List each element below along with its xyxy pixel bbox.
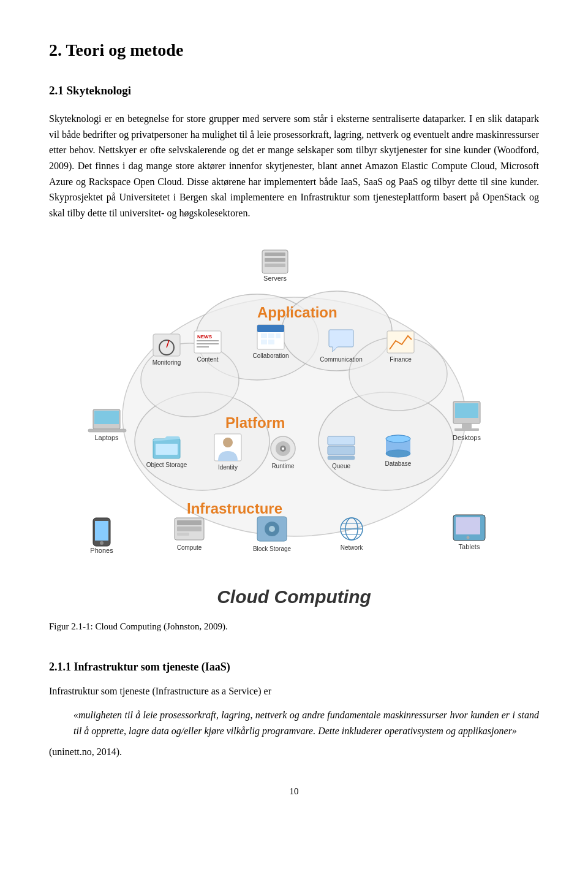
svg-point-27: [467, 536, 470, 539]
svg-text:Laptops: Laptops: [94, 434, 119, 441]
svg-text:Compute: Compute: [177, 544, 202, 551]
svg-rect-44: [268, 340, 274, 344]
svg-text:Monitoring: Monitoring: [153, 359, 181, 366]
paragraph-1: Skyteknologi er en betegnelse for store …: [49, 111, 539, 221]
figure-caption: Figur 2.1-1: Cloud Computing (Johnston, …: [49, 619, 539, 634]
iaas-paragraph-1: Infrastruktur som tjeneste (Infrastructu…: [49, 683, 539, 699]
svg-text:Content: Content: [197, 356, 218, 363]
svg-point-53: [223, 438, 233, 447]
svg-text:Queue: Queue: [332, 463, 350, 469]
svg-rect-36: [197, 346, 209, 348]
svg-rect-41: [268, 333, 274, 338]
svg-rect-60: [328, 436, 355, 445]
page-number: 10: [49, 784, 539, 799]
svg-rect-61: [328, 446, 355, 455]
svg-rect-19: [454, 428, 479, 431]
svg-rect-22: [95, 521, 108, 541]
svg-rect-50: [156, 444, 178, 455]
svg-text:Communication: Communication: [320, 356, 362, 363]
svg-rect-72: [177, 533, 189, 536]
svg-rect-39: [257, 325, 284, 332]
svg-text:Identity: Identity: [218, 464, 238, 471]
svg-text:Block Storage: Block Storage: [253, 545, 292, 552]
iaas-paragraph-2: (uninett.no, 2014).: [49, 744, 539, 760]
svg-text:NEWS: NEWS: [197, 334, 213, 340]
svg-rect-29: [153, 334, 180, 356]
svg-rect-70: [177, 520, 202, 525]
svg-rect-9: [265, 258, 285, 262]
svg-text:Finance: Finance: [390, 356, 412, 363]
svg-rect-40: [261, 333, 267, 338]
svg-rect-43: [261, 340, 267, 344]
svg-rect-13: [94, 411, 119, 424]
svg-rect-14: [88, 429, 126, 432]
svg-point-76: [269, 526, 275, 532]
infrastructure-label: Infrastructure: [187, 500, 282, 517]
platform-label: Platform: [225, 414, 285, 431]
svg-rect-10: [265, 264, 285, 267]
svg-text:Network: Network: [341, 544, 364, 551]
svg-rect-26: [456, 517, 480, 534]
svg-rect-42: [276, 333, 281, 338]
svg-rect-17: [455, 403, 478, 418]
svg-text:Runtime: Runtime: [271, 463, 295, 469]
svg-rect-8: [265, 253, 285, 256]
cloud-diagram-svg: Application Platform Infrastructure Serv…: [80, 245, 508, 570]
iaas-blockquote: «muligheten til å leie prosessorkraft, l…: [74, 707, 539, 739]
svg-point-66: [386, 450, 410, 457]
svg-text:Object Storage: Object Storage: [146, 461, 187, 468]
svg-rect-71: [177, 526, 202, 531]
chapter-title: 2. Teori og metode: [49, 37, 539, 64]
application-label: Application: [257, 304, 337, 321]
svg-text:Servers: Servers: [263, 275, 287, 282]
svg-rect-62: [328, 456, 355, 460]
svg-text:Database: Database: [385, 460, 412, 467]
svg-text:Tablets: Tablets: [459, 543, 480, 550]
svg-rect-35: [197, 343, 219, 344]
svg-point-67: [386, 435, 410, 442]
section-2-1-title: 2.1 Skyteknologi: [49, 82, 539, 100]
svg-rect-34: [197, 340, 219, 341]
cloud-computing-title: Cloud Computing: [80, 582, 508, 612]
svg-point-23: [100, 541, 104, 545]
figure-container: Application Platform Infrastructure Serv…: [49, 245, 539, 634]
section-2-1-1-title: 2.1.1 Infrastruktur som tjeneste (IaaS): [49, 658, 539, 676]
svg-point-58: [282, 447, 284, 450]
svg-text:Phones: Phones: [90, 547, 113, 554]
svg-rect-47: [387, 331, 414, 353]
svg-text:Desktops: Desktops: [453, 434, 481, 441]
svg-text:Collaboration: Collaboration: [253, 352, 289, 359]
svg-rect-18: [462, 424, 472, 428]
